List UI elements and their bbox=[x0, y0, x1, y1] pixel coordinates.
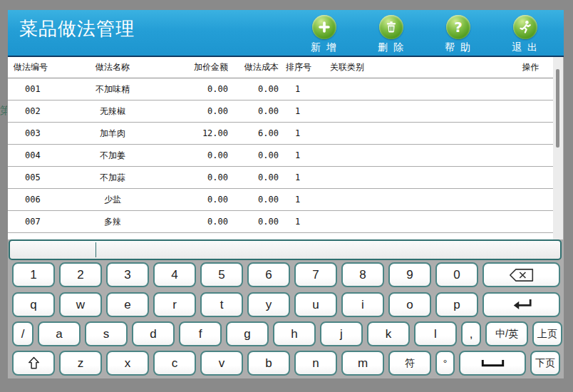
cell-cost: 0.00 bbox=[228, 84, 279, 94]
key-4[interactable]: 4 bbox=[153, 262, 196, 287]
key-label: k bbox=[386, 327, 392, 341]
cell-price: 0.00 bbox=[148, 217, 228, 227]
key-w[interactable]: w bbox=[59, 292, 102, 317]
table-row[interactable]: 004不加姜0.000.001 bbox=[8, 145, 553, 167]
key-h[interactable]: h bbox=[273, 321, 316, 346]
scrollbar-thumb[interactable] bbox=[556, 69, 559, 148]
key-s[interactable]: s bbox=[85, 321, 128, 346]
key-label: u bbox=[312, 298, 319, 312]
key-a[interactable]: a bbox=[38, 321, 81, 346]
column-header: 关联类别 bbox=[330, 61, 508, 73]
key-o[interactable]: o bbox=[388, 292, 431, 317]
key-fu[interactable]: 符 bbox=[388, 351, 431, 376]
delete-button[interactable]: 删 除 bbox=[368, 15, 414, 54]
key-k[interactable]: k bbox=[367, 321, 410, 346]
key-page-down[interactable]: 下页 bbox=[530, 351, 560, 376]
key-label: 4 bbox=[171, 268, 177, 282]
key-x[interactable]: x bbox=[106, 351, 149, 376]
input-caret bbox=[96, 242, 96, 257]
key-p[interactable]: p bbox=[435, 292, 478, 317]
key-shift[interactable] bbox=[12, 351, 55, 376]
key-label: 3 bbox=[124, 268, 130, 282]
key-6[interactable]: 6 bbox=[247, 262, 290, 287]
add-button[interactable]: 新 增 bbox=[301, 15, 347, 54]
key-g[interactable]: g bbox=[226, 321, 269, 346]
key-period[interactable]: ° bbox=[435, 351, 455, 376]
key-comma[interactable]: , bbox=[461, 321, 481, 346]
key-y[interactable]: y bbox=[247, 292, 290, 317]
key-1[interactable]: 1 bbox=[12, 262, 55, 287]
key-i[interactable]: i bbox=[341, 292, 384, 317]
key-n[interactable]: n bbox=[294, 351, 337, 376]
table-row[interactable]: 001不加味精0.000.001 bbox=[8, 78, 553, 100]
cell-name: 不加味精 bbox=[77, 83, 148, 96]
cell-name: 多辣 bbox=[77, 216, 148, 228]
key-8[interactable]: 8 bbox=[341, 262, 384, 287]
table-row[interactable]: 007多辣0.000.001 bbox=[8, 211, 553, 233]
key-label: , bbox=[470, 327, 473, 341]
exit-button[interactable]: 退 出 bbox=[502, 15, 548, 54]
space-icon bbox=[481, 359, 505, 367]
cell-name: 少盐 bbox=[77, 194, 148, 206]
cell-name: 不加姜 bbox=[77, 150, 148, 162]
add-icon bbox=[312, 15, 336, 39]
key-d[interactable]: d bbox=[132, 321, 175, 346]
key-2[interactable]: 2 bbox=[59, 262, 102, 287]
help-button[interactable]: ?帮 助 bbox=[435, 15, 481, 54]
key-zh-en[interactable]: 中/英 bbox=[485, 321, 528, 346]
key-r[interactable]: r bbox=[153, 292, 196, 317]
scrollbar[interactable] bbox=[553, 57, 563, 239]
table-row[interactable]: 005不加蒜0.000.001 bbox=[8, 167, 553, 189]
cell-cost: 6.00 bbox=[228, 128, 279, 138]
key-3[interactable]: 3 bbox=[106, 262, 149, 287]
key-label: 中/英 bbox=[495, 328, 518, 341]
key-5[interactable]: 5 bbox=[200, 262, 243, 287]
key-l[interactable]: l bbox=[414, 321, 457, 346]
key-label: x bbox=[125, 356, 131, 371]
cell-code: 002 bbox=[10, 106, 77, 116]
table-row[interactable]: 006少盐0.000.001 bbox=[8, 189, 553, 211]
key-label: 7 bbox=[312, 268, 319, 282]
key-label: h bbox=[291, 327, 297, 341]
delete-icon bbox=[379, 15, 403, 39]
key-7[interactable]: 7 bbox=[294, 262, 337, 287]
key-slash[interactable]: / bbox=[12, 321, 33, 346]
key-label: r bbox=[172, 298, 177, 312]
key-t[interactable]: t bbox=[200, 292, 243, 317]
cell-code: 005 bbox=[10, 172, 77, 182]
key-label: 5 bbox=[218, 268, 224, 282]
key-enter[interactable] bbox=[482, 292, 560, 317]
key-b[interactable]: b bbox=[247, 351, 290, 376]
key-e[interactable]: e bbox=[106, 292, 149, 317]
keyboard-row: zxcvbnm符°下页 bbox=[12, 351, 560, 376]
cell-sort: 1 bbox=[279, 84, 330, 94]
cell-sort: 1 bbox=[279, 195, 330, 205]
key-z[interactable]: z bbox=[59, 351, 102, 376]
key-label: 9 bbox=[406, 268, 413, 282]
screen: 第 菜品做法管理 新 增删 除?帮 助退 出 做法编号做法名称加价金额做法成本排… bbox=[0, 0, 573, 392]
key-backspace[interactable] bbox=[482, 262, 560, 287]
table-row[interactable]: 002无辣椒0.000.001 bbox=[8, 100, 553, 123]
key-label: 符 bbox=[405, 357, 415, 370]
key-9[interactable]: 9 bbox=[388, 262, 431, 287]
key-u[interactable]: u bbox=[294, 292, 337, 317]
table-row[interactable]: 003加羊肉12.006.001 bbox=[8, 123, 553, 145]
keyboard-row: /asdfghjkl,中/英上页 bbox=[12, 321, 560, 346]
key-m[interactable]: m bbox=[341, 351, 384, 376]
key-page-up[interactable]: 上页 bbox=[532, 321, 562, 346]
search-input[interactable] bbox=[9, 239, 562, 260]
cell-sort: 1 bbox=[279, 128, 330, 138]
key-label: i bbox=[361, 298, 364, 312]
key-j[interactable]: j bbox=[320, 321, 363, 346]
key-label: b bbox=[265, 356, 272, 371]
key-0[interactable]: 0 bbox=[435, 262, 478, 287]
action-label: 新 增 bbox=[311, 41, 338, 54]
key-space[interactable] bbox=[459, 351, 526, 376]
key-f[interactable]: f bbox=[179, 321, 222, 346]
key-q[interactable]: q bbox=[12, 292, 55, 317]
key-c[interactable]: c bbox=[153, 351, 196, 376]
key-v[interactable]: v bbox=[200, 351, 243, 376]
key-label: o bbox=[406, 298, 413, 312]
cell-cost: 0.00 bbox=[228, 195, 279, 205]
cell-code: 004 bbox=[10, 150, 77, 160]
